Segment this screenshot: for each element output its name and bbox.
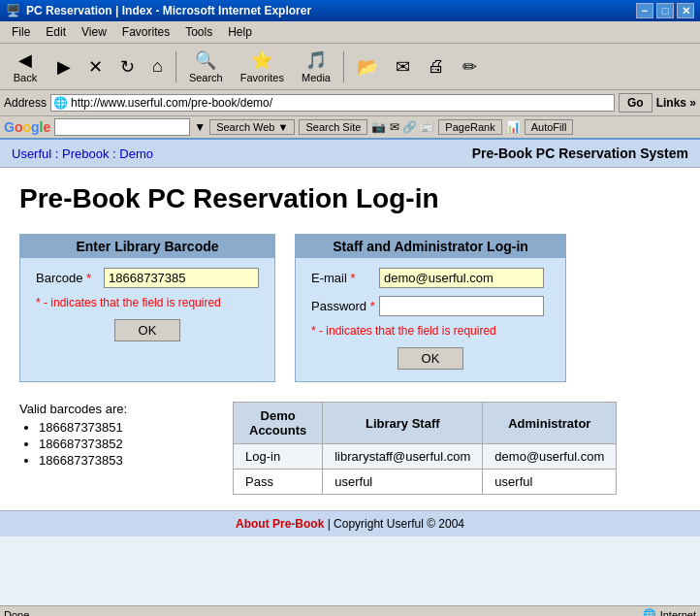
table-header-staff: Library Staff [323,403,483,444]
google-search-web-button[interactable]: Search Web ▼ [209,119,295,135]
email-input[interactable] [379,268,544,288]
mail-button[interactable]: ✉ [389,53,417,81]
mail-icon: ✉ [396,56,410,78]
internet-icon: 🌐 [643,608,656,616]
barcode-label-text: Barcode [36,271,82,285]
valid-barcodes: Valid barcodes are: 186687373851 1866873… [19,402,213,470]
menu-file[interactable]: File [4,23,38,41]
forward-button[interactable]: ▶ [50,53,78,81]
table-cell: userful [323,470,483,495]
separator [175,51,176,82]
separator2 [343,51,344,82]
google-bar: Google ▼ Search Web ▼ Search Site 📷 ✉ 🔗 … [0,116,700,140]
links-button[interactable]: Links » [656,96,696,110]
address-input[interactable] [71,96,612,110]
favorites-label: Favorites [240,72,284,83]
search-button[interactable]: 🔍 Search [182,47,230,86]
menu-edit[interactable]: Edit [38,23,74,41]
home-icon: ⌂ [152,56,163,77]
close-button[interactable]: ✕ [677,3,694,18]
url-icon: 🌐 [53,96,68,110]
edit-button[interactable]: ✏ [456,53,484,81]
refresh-icon: ↻ [120,56,135,78]
home-button[interactable]: ⌂ [145,53,170,80]
google-search-site-button[interactable]: Search Site [299,119,367,135]
status-bar: Done 🌐 Internet [0,605,700,616]
barcode-heading: Enter Library Barcode [20,235,274,258]
media-button[interactable]: 🎵 Media [295,47,337,86]
dropdown-icon: ▼ [194,120,206,134]
google-logo: Google [4,119,50,135]
print-icon: 🖨 [428,56,445,77]
menu-view[interactable]: View [74,23,114,41]
table-cell: demo@userful.com [483,444,617,470]
valid-barcodes-label: Valid barcodes are: [19,402,213,416]
window-title: PC Reservation | Index - Microsoft Inter… [26,4,311,17]
demo-accounts-table: DemoAccounts Library Staff Administrator… [233,402,617,495]
favorites-button[interactable]: ⭐ Favorites [234,47,291,86]
menu-tools[interactable]: Tools [177,23,220,41]
history-button[interactable]: 📂 [350,53,385,81]
password-input[interactable] [379,296,544,316]
staff-heading: Staff and Administrator Log-in [296,235,565,258]
barcode-ok-button[interactable]: OK [114,319,181,341]
barcode-input[interactable] [104,268,259,288]
barcode-label: Barcode * [36,271,104,285]
password-required-star: * [370,299,375,313]
maximize-button[interactable]: □ [656,3,674,18]
email-label: E-mail * [311,271,379,285]
history-icon: 📂 [357,56,378,78]
menu-bar: File Edit View Favorites Tools Help [0,21,700,44]
status-right: 🌐 Internet [643,608,696,616]
favorites-icon: ⭐ [251,49,272,71]
address-input-wrap: 🌐 [50,94,615,112]
print-button[interactable]: 🖨 [421,53,452,80]
breadcrumb: Userful : Prebook : Demo [12,146,153,161]
table-cell: Pass [234,470,323,495]
table-cell: Log-in [234,444,323,470]
go-button[interactable]: Go [619,93,652,113]
page-header-title: Pre-Book PC Reservation System [472,146,688,161]
search-toolbar-icon: 🔍 [195,49,216,71]
status-text: Done [4,609,635,617]
bottom-row: Valid barcodes are: 186687373851 1866873… [19,402,681,495]
forms-row: Enter Library Barcode Barcode * * - indi… [19,234,681,382]
table-cell: librarystaff@userful.com [323,444,483,470]
pagerank-icon: 📊 [506,120,521,134]
browser-toolbar: ◀ Back ▶ ✕ ↻ ⌂ 🔍 Search ⭐ Favorites 🎵 Me… [0,44,700,90]
browser-content: Userful : Prebook : Demo Pre-Book PC Res… [0,140,700,605]
minimize-button[interactable]: − [636,3,653,18]
about-prebook-link[interactable]: About Pre-Book [236,517,324,531]
zone-label: Internet [660,609,696,617]
refresh-button[interactable]: ↻ [113,53,142,81]
menu-favorites[interactable]: Favorites [114,23,177,41]
menu-help[interactable]: Help [220,23,260,41]
stop-icon: ✕ [88,56,103,78]
barcode-required-note: * - indicates that the field is required [36,296,259,309]
email-form-row: E-mail * [311,268,550,288]
google-search-input[interactable] [54,118,190,136]
table-cell: userful [483,470,617,495]
page-footer: About Pre-Book | Copyright Userful © 200… [0,510,700,536]
stop-button[interactable]: ✕ [81,53,110,81]
table-header-demo: DemoAccounts [234,403,323,444]
table-row: Pass userful userful [234,470,617,495]
staff-required-note: * - indicates that the field is required [311,324,550,338]
media-label: Media [302,72,331,83]
list-item: 186687373852 [39,437,213,451]
page-header: Userful : Prebook : Demo Pre-Book PC Res… [0,140,700,168]
back-button[interactable]: ◀ Back [4,47,47,86]
title-bar: 🖥️ PC Reservation | Index - Microsoft In… [0,0,700,21]
email-required-star: * [350,271,355,285]
media-icon: 🎵 [305,49,327,71]
table-row: Log-in librarystaff@userful.com demo@use… [234,444,617,470]
staff-section: Staff and Administrator Log-in E-mail * … [295,234,566,382]
table-header-admin: Administrator [483,403,617,444]
barcode-form-row: Barcode * [36,268,259,288]
back-icon: ◀ [18,49,32,71]
address-bar: Address 🌐 Go Links » [0,90,700,116]
autofill-button[interactable]: AutoFill [525,119,574,135]
pagerank-button[interactable]: PageRank [438,119,501,135]
page-main-title: Pre-Book PC Reservation Log-in [19,183,681,214]
staff-ok-button[interactable]: OK [398,347,464,370]
